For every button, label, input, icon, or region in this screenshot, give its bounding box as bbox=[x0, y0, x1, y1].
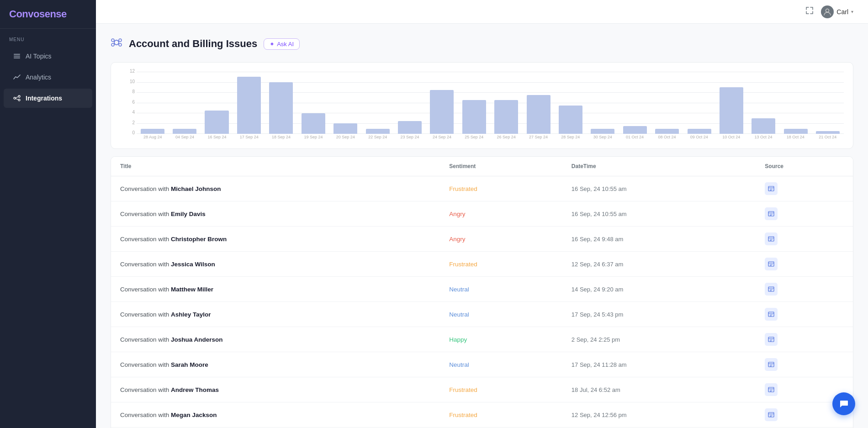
source-icon[interactable] bbox=[765, 207, 778, 220]
chart-bar[interactable] bbox=[269, 82, 293, 134]
conversations-table: Title Sentiment DateTime Source Conversa… bbox=[111, 156, 853, 428]
user-menu[interactable]: Carl ▾ bbox=[821, 5, 853, 18]
chart-bar[interactable] bbox=[720, 87, 743, 134]
source-icon[interactable] bbox=[765, 258, 778, 270]
table-row[interactable]: Conversation with Matthew MillerNeutral1… bbox=[111, 277, 853, 302]
sidebar-item-analytics[interactable]: Analytics bbox=[4, 68, 92, 87]
table-row[interactable]: Conversation with Michael JohnsonFrustra… bbox=[111, 176, 853, 201]
table-row[interactable]: Conversation with Christopher BrownAngry… bbox=[111, 227, 853, 252]
chart-bar-group bbox=[458, 72, 490, 134]
chart-x-label: 01 Oct 24 bbox=[619, 135, 651, 145]
chart-bar-group bbox=[523, 72, 554, 134]
chart-bar[interactable] bbox=[430, 90, 454, 134]
chart-x-label: 23 Sep 24 bbox=[394, 135, 426, 145]
page-icon bbox=[111, 37, 122, 51]
svg-rect-1 bbox=[14, 56, 20, 57]
sidebar-item-ai-topics[interactable]: AI Topics bbox=[4, 47, 92, 66]
chat-button[interactable] bbox=[832, 392, 855, 415]
chart-x-label: 18 Sep 24 bbox=[265, 135, 297, 145]
logo-text: C bbox=[9, 8, 16, 20]
chart-x-label: 25 Sep 24 bbox=[458, 135, 490, 145]
ask-ai-button[interactable]: ✦ Ask AI bbox=[264, 38, 300, 50]
chart-x-label: 17 Sep 24 bbox=[233, 135, 265, 145]
source-icon[interactable] bbox=[765, 408, 778, 421]
chart-bar[interactable] bbox=[752, 118, 775, 134]
chart-bar[interactable] bbox=[173, 129, 196, 134]
svg-point-13 bbox=[119, 43, 122, 46]
table-row[interactable]: Conversation with Emily DavisAngry16 Sep… bbox=[111, 201, 853, 227]
chart-x-label: 21 Oct 24 bbox=[812, 135, 844, 145]
source-icon[interactable] bbox=[765, 232, 778, 245]
datetime-value: 16 Sep, 24 10:55 am bbox=[562, 201, 756, 227]
datetime-value: 12 Sep, 24 6:37 am bbox=[562, 252, 756, 277]
source-icon[interactable] bbox=[765, 283, 778, 296]
chart-bar-group bbox=[169, 72, 200, 134]
app-logo: Convosense bbox=[0, 0, 96, 29]
list-icon bbox=[13, 52, 21, 60]
table-row[interactable]: Conversation with Megan JacksonFrustrate… bbox=[111, 402, 853, 428]
avatar bbox=[821, 5, 834, 18]
svg-point-12 bbox=[111, 43, 114, 46]
source-icon-cell bbox=[756, 227, 853, 252]
conversation-title: Conversation with Megan Jackson bbox=[111, 402, 440, 428]
table-row[interactable]: Conversation with Jessica WilsonFrustrat… bbox=[111, 252, 853, 277]
sentiment-value: Happy bbox=[440, 327, 562, 352]
chart-bar[interactable] bbox=[623, 126, 647, 134]
table-row[interactable]: Conversation with Joshua AndersonHappy2 … bbox=[111, 327, 853, 352]
menu-label: MENU bbox=[0, 29, 96, 46]
col-datetime: DateTime bbox=[562, 157, 756, 176]
chart-x-label: 24 Sep 24 bbox=[426, 135, 458, 145]
source-icon-cell bbox=[756, 302, 853, 327]
chevron-down-icon: ▾ bbox=[851, 9, 853, 14]
chart-bar[interactable] bbox=[655, 129, 679, 134]
source-icon[interactable] bbox=[765, 383, 778, 396]
header: Carl ▾ bbox=[96, 0, 868, 24]
chart-bar-group bbox=[426, 72, 458, 134]
chart-bar[interactable] bbox=[527, 95, 550, 134]
chart-bar[interactable] bbox=[688, 129, 711, 134]
chart-bar[interactable] bbox=[462, 100, 486, 134]
source-icon-cell bbox=[756, 352, 853, 377]
datetime-value: 18 Jul, 24 6:52 am bbox=[562, 377, 756, 402]
chart-bar[interactable] bbox=[333, 123, 357, 134]
sidebar-item-integrations[interactable]: Integrations bbox=[4, 89, 92, 108]
page-title: Account and Billing Issues bbox=[129, 38, 257, 50]
svg-point-11 bbox=[119, 39, 122, 42]
chart-bar-group bbox=[265, 72, 297, 134]
chart-bar[interactable] bbox=[366, 129, 390, 134]
chart-x-label: 04 Sep 24 bbox=[169, 135, 201, 145]
sidebar: Convosense MENU AI Topics Analytics Inte… bbox=[0, 0, 96, 428]
chart-bar[interactable] bbox=[559, 106, 582, 134]
source-icon-cell bbox=[756, 201, 853, 227]
source-icon[interactable] bbox=[765, 358, 778, 371]
chart-bar[interactable] bbox=[205, 111, 228, 134]
expand-icon[interactable] bbox=[805, 6, 814, 17]
sidebar-item-ai-topics-label: AI Topics bbox=[26, 53, 52, 60]
logo-rest: onvosense bbox=[16, 8, 66, 20]
chart-bar[interactable] bbox=[302, 113, 325, 134]
conversation-title: Conversation with Emily Davis bbox=[111, 201, 440, 227]
source-icon[interactable] bbox=[765, 333, 778, 346]
datetime-value: 17 Sep, 24 5:43 pm bbox=[562, 302, 756, 327]
chart-bar[interactable] bbox=[237, 77, 261, 134]
chart-x-label: 19 Sep 24 bbox=[297, 135, 329, 145]
svg-rect-2 bbox=[14, 58, 20, 58]
chart-bar-group bbox=[490, 72, 522, 134]
source-icon[interactable] bbox=[765, 182, 778, 195]
chart-bar[interactable] bbox=[398, 121, 422, 134]
source-icon[interactable] bbox=[765, 308, 778, 321]
chart-x-label: 16 Sep 24 bbox=[201, 135, 233, 145]
chart-x-label: 09 Oct 24 bbox=[683, 135, 715, 145]
chart-x-label: 27 Sep 24 bbox=[522, 135, 554, 145]
chart-bar[interactable] bbox=[141, 129, 164, 134]
table-row[interactable]: Conversation with Sarah MooreNeutral17 S… bbox=[111, 352, 853, 377]
chart-bar[interactable] bbox=[591, 129, 614, 134]
chart-bar[interactable] bbox=[816, 131, 840, 134]
table-row[interactable]: Conversation with Ashley TaylorNeutral17… bbox=[111, 302, 853, 327]
chart-x-label: 26 Sep 24 bbox=[490, 135, 522, 145]
chart-bar[interactable] bbox=[784, 129, 808, 134]
chart-bar[interactable] bbox=[494, 100, 518, 134]
chart-bar-group bbox=[233, 72, 265, 134]
chart-area: 121086420 28 Aug 2404 Sep 2416 Sep 2417 … bbox=[120, 72, 844, 145]
table-row[interactable]: Conversation with Andrew ThomasFrustrate… bbox=[111, 377, 853, 402]
